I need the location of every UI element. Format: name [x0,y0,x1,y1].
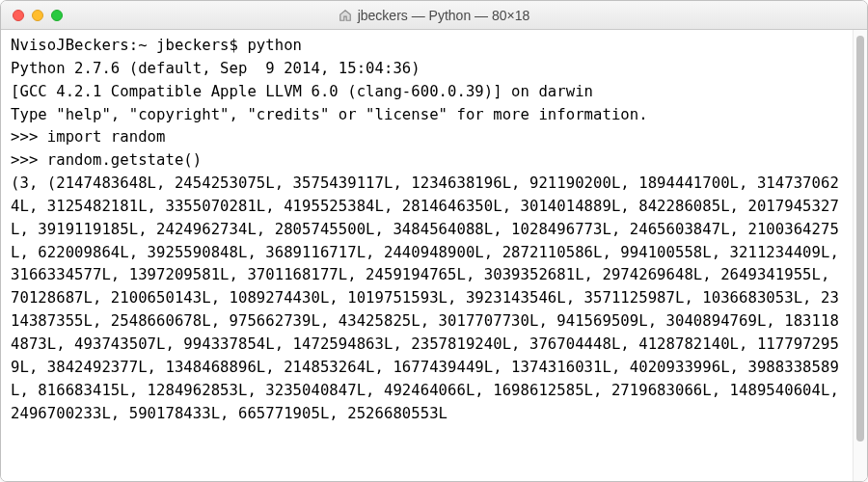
scrollbar-track[interactable] [853,30,867,481]
titlebar[interactable]: jbeckers — Python — 80×18 [1,1,867,30]
window-title: jbeckers — Python — 80×18 [358,8,530,23]
traffic-lights [1,10,63,21]
terminal-content[interactable]: NvisoJBeckers:~ jbeckers$ python Python … [1,30,853,481]
terminal-window: jbeckers — Python — 80×18 NvisoJBeckers:… [0,0,868,482]
home-icon [339,9,352,22]
close-button[interactable] [13,10,24,21]
scrollbar-thumb[interactable] [856,36,864,442]
window-title-wrap: jbeckers — Python — 80×18 [1,8,867,23]
zoom-button[interactable] [51,10,63,21]
minimize-button[interactable] [32,10,43,21]
terminal-body: NvisoJBeckers:~ jbeckers$ python Python … [1,30,867,481]
